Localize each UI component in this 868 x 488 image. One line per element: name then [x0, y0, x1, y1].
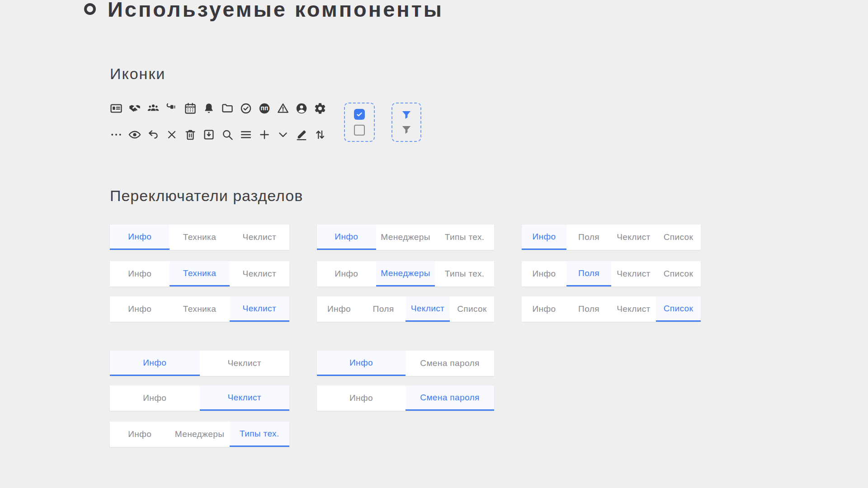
warning-triangle-icon: [277, 102, 289, 115]
pp-logo-icon: ПП: [258, 102, 271, 115]
tab-item[interactable]: Типы тех.: [230, 422, 289, 447]
tab-item[interactable]: Инфо: [110, 351, 200, 376]
tab-item[interactable]: Инфо: [522, 225, 566, 250]
icons-row-1: ПП: [110, 102, 326, 115]
id-card-icon: [110, 102, 123, 115]
tab-item[interactable]: Список: [656, 225, 701, 250]
menu-icon: [240, 128, 252, 141]
tab-item[interactable]: Чеклист: [611, 261, 656, 286]
plug-connection-icon: [165, 102, 178, 115]
edit-pen-icon: [295, 128, 308, 141]
tab-item[interactable]: Инфо: [110, 261, 170, 286]
tab-item[interactable]: Инфо: [110, 422, 170, 447]
tab-item[interactable]: Смена пароля: [406, 351, 494, 376]
user-circle-icon: [295, 102, 308, 115]
icons-section-heading: Иконки: [110, 65, 165, 83]
plus-icon: [258, 128, 271, 141]
tab-item[interactable]: Техника: [170, 296, 229, 322]
more-ellipsis-icon: [110, 128, 123, 141]
tab-group: ИнфоПоляЧеклистСписок: [317, 296, 494, 322]
close-icon: [165, 128, 178, 141]
list-bullet-icon: [84, 3, 96, 15]
tab-item[interactable]: Поля: [566, 225, 611, 250]
chevron-down-icon: [277, 128, 289, 141]
tab-group: ИнфоПоляЧеклистСписок: [522, 261, 701, 286]
sort-arrows-icon: [314, 128, 326, 141]
users-group-icon: [147, 102, 160, 115]
checkbox-unchecked[interactable]: [354, 125, 365, 136]
tab-item[interactable]: Чеклист: [200, 351, 290, 376]
tab-item[interactable]: Инфо: [110, 225, 170, 250]
tab-group: ИнфоСмена пароля: [317, 351, 494, 376]
search-icon: [221, 128, 234, 141]
tab-group: ИнфоПоляЧеклистСписок: [522, 296, 701, 322]
tab-group: ИнфоТехникаЧеклист: [110, 296, 289, 322]
eye-icon: [128, 128, 141, 141]
tab-item[interactable]: Чеклист: [200, 385, 290, 411]
svg-text:ПП: ПП: [261, 106, 269, 111]
folder-icon: [221, 102, 234, 115]
bell-icon: [203, 102, 215, 115]
tab-item[interactable]: Инфо: [522, 296, 566, 322]
tab-item[interactable]: Инфо: [317, 296, 361, 322]
tab-item[interactable]: Типы тех.: [435, 261, 494, 286]
tab-item[interactable]: Инфо: [317, 225, 376, 250]
tab-item[interactable]: Чеклист: [230, 261, 289, 286]
gear-icon: [314, 102, 326, 115]
tab-group: ИнфоЧеклист: [110, 351, 289, 376]
filter-active-icon[interactable]: [401, 109, 412, 121]
tab-group: ИнфоМенеджерыТипы тех.: [317, 261, 494, 286]
tab-item[interactable]: Список: [450, 296, 494, 322]
page-title: Используемые компоненты: [108, 0, 443, 22]
tab-item[interactable]: Инфо: [317, 351, 406, 376]
tab-item[interactable]: Чеклист: [230, 225, 289, 250]
calendar-icon: [184, 102, 197, 115]
handshake-icon: [128, 102, 141, 115]
tab-group: ИнфоТехникаЧеклист: [110, 225, 289, 250]
tab-item[interactable]: Техника: [170, 225, 229, 250]
tab-item[interactable]: Поля: [361, 296, 406, 322]
icons-row-2: [110, 128, 326, 141]
tab-item[interactable]: Менеджеры: [376, 261, 435, 286]
tab-item[interactable]: Поля: [566, 261, 611, 286]
tab-item[interactable]: Инфо: [110, 385, 200, 411]
tab-item[interactable]: Инфо: [110, 296, 170, 322]
checkbox-checked[interactable]: [354, 109, 365, 120]
tab-group: ИнфоМенеджерыТипы тех.: [110, 422, 289, 447]
tab-item[interactable]: Типы тех.: [435, 225, 494, 250]
archive-box-icon: [203, 128, 215, 141]
tab-item[interactable]: Менеджеры: [376, 225, 435, 250]
tab-item[interactable]: Чеклист: [611, 225, 656, 250]
checkbox-component-frame: [344, 103, 375, 142]
trash-icon: [184, 128, 197, 141]
tab-item[interactable]: Чеклист: [611, 296, 656, 322]
tab-group: ИнфоЧеклист: [110, 385, 289, 411]
tab-item[interactable]: Инфо: [317, 261, 376, 286]
tab-item[interactable]: Чеклист: [230, 296, 289, 322]
filter-inactive-icon[interactable]: [401, 124, 412, 136]
tab-item[interactable]: Чеклист: [406, 296, 450, 322]
switchers-section-heading: Переключатели разделов: [110, 187, 303, 205]
check-icon: [356, 111, 363, 118]
components-page: Используемые компоненты Иконки ПП Перекл…: [0, 0, 868, 488]
tab-item[interactable]: Менеджеры: [170, 422, 229, 447]
tab-group: ИнфоПоляЧеклистСписок: [522, 225, 701, 250]
undo-icon: [147, 128, 160, 141]
tab-item[interactable]: Список: [656, 296, 701, 322]
page-title-row: Используемые компоненты: [84, 0, 443, 21]
tab-item[interactable]: Смена пароля: [406, 385, 494, 411]
tab-item[interactable]: Поля: [566, 296, 611, 322]
tab-item[interactable]: Инфо: [522, 261, 566, 286]
tab-item[interactable]: Техника: [170, 261, 229, 286]
check-circle-icon: [240, 102, 252, 115]
tab-group: ИнфоТехникаЧеклист: [110, 261, 289, 286]
tab-item[interactable]: Список: [656, 261, 701, 286]
filter-component-frame: [392, 103, 421, 142]
tab-group: ИнфоМенеджерыТипы тех.: [317, 225, 494, 250]
tab-item[interactable]: Инфо: [317, 385, 406, 411]
tab-group: ИнфоСмена пароля: [317, 385, 494, 411]
